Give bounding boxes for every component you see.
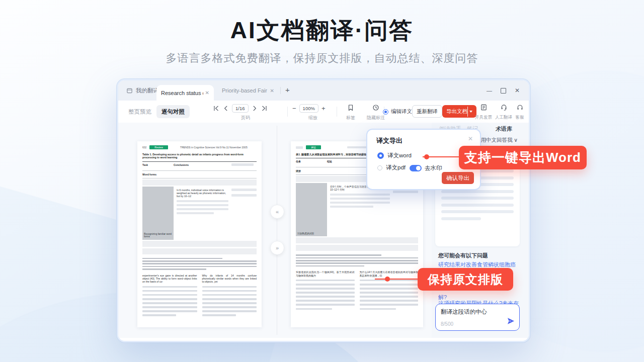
human-translation-label: 人工翻译 — [494, 115, 514, 121]
question-input[interactable]: 翻译这段话的中心 8/500 — [435, 304, 520, 331]
close-icon[interactable]: ✕ — [205, 90, 209, 96]
page-subtitle: 多语言多格式免费翻译，保持原文排版，自动总结、深度问答 — [0, 51, 644, 66]
export-document-button[interactable]: 导出文档 — [442, 105, 476, 118]
radio-selected-icon — [383, 109, 388, 115]
collapse-left-button[interactable]: « — [270, 205, 284, 219]
zoom-out-button[interactable]: − — [292, 105, 296, 112]
prev-page-icon[interactable] — [222, 105, 229, 112]
close-icon[interactable]: ✕ — [270, 88, 274, 94]
bookmark-button[interactable] — [342, 104, 360, 111]
bookmark-icon — [347, 104, 354, 111]
pane-divider — [277, 126, 277, 335]
minimize-button[interactable]: — — [487, 87, 492, 94]
page-navigation: 1/16 — [213, 104, 268, 113]
marketing-page: AI文档翻译·问答 多语言多格式免费翻译，保持原文排版，自动总结、深度问答 我的… — [0, 0, 644, 362]
page-header: 632 Review TRENDS in Cognitive Sciences … — [142, 145, 257, 149]
hide-annotation-icon — [372, 104, 379, 111]
suggested-question-link[interactable]: 研究结果对改善食管鳞状细胞癌 — [438, 261, 522, 268]
text-skeleton — [202, 286, 257, 316]
zoom-level-field[interactable]: 100% — [299, 104, 318, 113]
body-columns: 实验者的目光投向另一个物体[43]。基于共现形成词与物体联系的能力 为什么14个… — [296, 270, 418, 312]
callout-keep-layout: 保持原文排版 — [418, 268, 513, 291]
watermark-toggle[interactable] — [410, 165, 422, 171]
collapse-right-button[interactable]: » — [270, 241, 284, 255]
table-band — [142, 179, 257, 186]
support-button[interactable] — [513, 104, 527, 111]
send-button[interactable] — [507, 317, 515, 327]
tab-document-2[interactable]: Priority-based Fair Sc... ✕ — [218, 80, 278, 101]
edit-translation-label: 编辑译文 — [391, 108, 412, 115]
home-my-translations[interactable]: 我的翻译 — [126, 80, 159, 101]
export-pdf-label: 译文pdf — [386, 164, 406, 171]
review-badge: Review — [149, 145, 168, 149]
invoice-icon — [480, 104, 488, 111]
maximize-button[interactable] — [501, 88, 506, 94]
body-columns: experimenter's eye gaze is directed at a… — [142, 274, 257, 319]
text-skeleton — [393, 183, 418, 236]
tab-document-1[interactable]: Research status of netw... ✕ — [156, 85, 214, 101]
zoom-controls: − 100% + — [292, 104, 326, 113]
char-counter: 8/500 — [441, 321, 453, 327]
full-page-preview-button[interactable]: 整页预览 — [128, 108, 151, 116]
col-task: 任务 — [296, 160, 327, 163]
export-document-label: 导出文档 — [446, 108, 467, 115]
radio-selected-icon — [377, 152, 384, 159]
table-caption: Table 1. Developing access to phonetic d… — [142, 153, 257, 159]
last-page-icon[interactable] — [261, 105, 268, 112]
invoice-label: 开具发票 — [473, 115, 494, 121]
page-number-field[interactable]: 1/16 — [232, 104, 249, 113]
zoom-in-button[interactable]: + — [321, 105, 326, 112]
suggested-questions-title: 您可能会有以下问题 — [438, 252, 488, 259]
new-tab-button[interactable]: + — [285, 85, 290, 94]
tab-bar: 我的翻译 Research status of netw... ✕ Priori… — [118, 80, 529, 101]
page-title: AI文档翻译·问答 — [0, 15, 644, 46]
invoice-button[interactable] — [473, 104, 494, 111]
edit-translation-radio[interactable]: 编辑译文 — [383, 108, 412, 115]
zoom-label: 缩放 — [292, 115, 334, 121]
export-word-radio[interactable]: 译文word — [377, 152, 412, 159]
confirm-export-button[interactable]: 确认导出 — [442, 172, 474, 184]
window-close-button[interactable]: ✕ — [515, 87, 520, 94]
headphones-icon — [516, 104, 524, 111]
window-controls: — ✕ — [487, 80, 520, 101]
answer-language-dropdown[interactable]: 用中文回答我 ∨ — [480, 137, 518, 144]
col-task: Task — [142, 163, 174, 166]
table-band — [142, 248, 257, 254]
hide-annotation-label: 隐藏标注 — [362, 115, 390, 121]
question-input-value: 翻译这段话的中心 — [441, 308, 514, 316]
dialog-title: 译文导出 — [376, 136, 403, 145]
bookmark-label: 标签 — [342, 115, 360, 121]
tab-separator — [280, 87, 281, 94]
text-skeleton — [177, 200, 228, 214]
text-skeleton — [142, 286, 197, 316]
row-word-forms: Word forms — [142, 171, 257, 178]
first-page-icon[interactable] — [213, 105, 219, 112]
callout-connector — [375, 279, 419, 280]
callout-dot — [424, 154, 429, 159]
col-conclusions: Conclusions — [174, 163, 231, 166]
chevron-down-icon — [469, 111, 472, 113]
divider — [337, 107, 337, 117]
page-number: 632 — [142, 146, 146, 149]
close-icon[interactable]: ✕ — [468, 135, 473, 142]
divider — [287, 107, 288, 117]
body-column: 实验者的目光投向另一个物体[43]。基于共现形成词与物体联系的能力 — [296, 270, 355, 312]
table-band — [296, 245, 418, 251]
support-label: 客服 — [513, 115, 527, 121]
next-page-icon[interactable] — [252, 105, 258, 112]
table-band — [142, 241, 257, 247]
tab-glossary[interactable]: 术语库 — [496, 125, 512, 133]
body-text: 为什么14个月大的婴儿在将语音相似的单词与物体联系起来时会混淆，但 — [360, 270, 419, 277]
table-header-row: Task Conclusions — [142, 162, 257, 171]
human-translation-button[interactable] — [494, 104, 514, 111]
home-label: 我的翻译 — [136, 87, 159, 95]
document-table: Task Conclusions Word forms Recognizing … — [142, 161, 257, 254]
retranslate-button[interactable]: 重新翻译 — [412, 105, 442, 118]
body-column: experimenter's eye gaze is directed at a… — [142, 274, 197, 319]
placeholder-cell — [231, 163, 257, 166]
sentence-compare-button[interactable]: 逐句对照 — [156, 105, 190, 118]
page-label: 页码 — [213, 115, 278, 121]
export-pdf-radio[interactable]: 译文pdf — [377, 164, 406, 171]
text-skeleton — [231, 187, 257, 240]
body-column: Why do infants of 14 months confuse phon… — [202, 274, 257, 319]
